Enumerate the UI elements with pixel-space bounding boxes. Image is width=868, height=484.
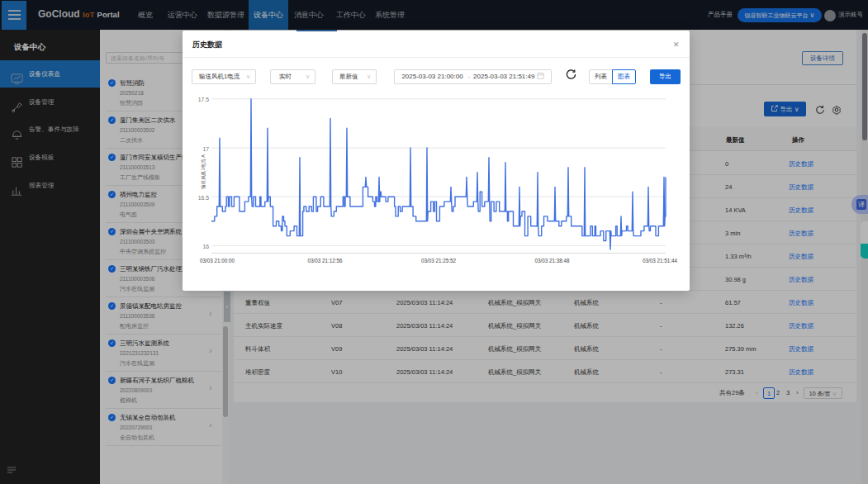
svg-text:输送风机1电流 A: 输送风机1电流 A [201,154,206,189]
svg-text:03/03 21:25:52: 03/03 21:25:52 [421,258,457,263]
svg-text:16.5: 16.5 [198,195,209,201]
svg-text:03/03 21:00:00: 03/03 21:00:00 [200,258,235,263]
svg-text:16: 16 [202,244,209,249]
svg-text:03/03 21:12:56: 03/03 21:12:56 [307,258,343,263]
svg-text:17.5: 17.5 [198,97,209,102]
svg-text:17: 17 [202,146,209,152]
svg-text:03/03 21:51:44: 03/03 21:51:44 [643,258,678,263]
svg-text:03/03 21:38:48: 03/03 21:38:48 [534,258,570,263]
